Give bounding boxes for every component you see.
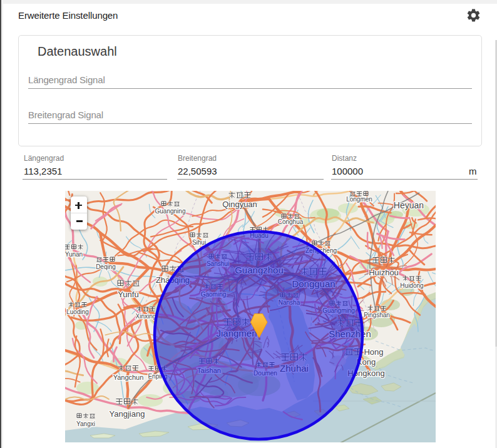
svg-text:Yunan: Yunan xyxy=(65,251,83,258)
svg-text:Longmen: Longmen xyxy=(346,196,372,203)
svg-text:Yangjiang: Yangjiang xyxy=(110,409,145,419)
svg-text:Qingyuan: Qingyuan xyxy=(222,200,257,209)
svg-text:Guangning: Guangning xyxy=(155,208,186,215)
svg-text:Yunfu: Yunfu xyxy=(118,290,138,299)
svg-text:Heyuan: Heyuan xyxy=(394,200,424,210)
svg-text:Luoding: Luoding xyxy=(66,308,89,315)
svg-text:Pingshan: Pingshan xyxy=(364,312,390,318)
svg-text:Xinxing: Xinxing xyxy=(136,313,156,320)
svg-text:Huizhou: Huizhou xyxy=(369,268,399,277)
svg-text:Deqing: Deqing xyxy=(96,263,116,270)
svg-text:Yangchun: Yangchun xyxy=(113,374,144,381)
svg-text:Hong: Hong xyxy=(364,347,383,357)
svg-text:Yangxi: Yangxi xyxy=(76,420,95,427)
svg-text:Conghua: Conghua xyxy=(278,218,304,225)
svg-text:Huidong: Huidong xyxy=(400,282,423,289)
svg-text:Sihui: Sihui xyxy=(192,239,206,246)
